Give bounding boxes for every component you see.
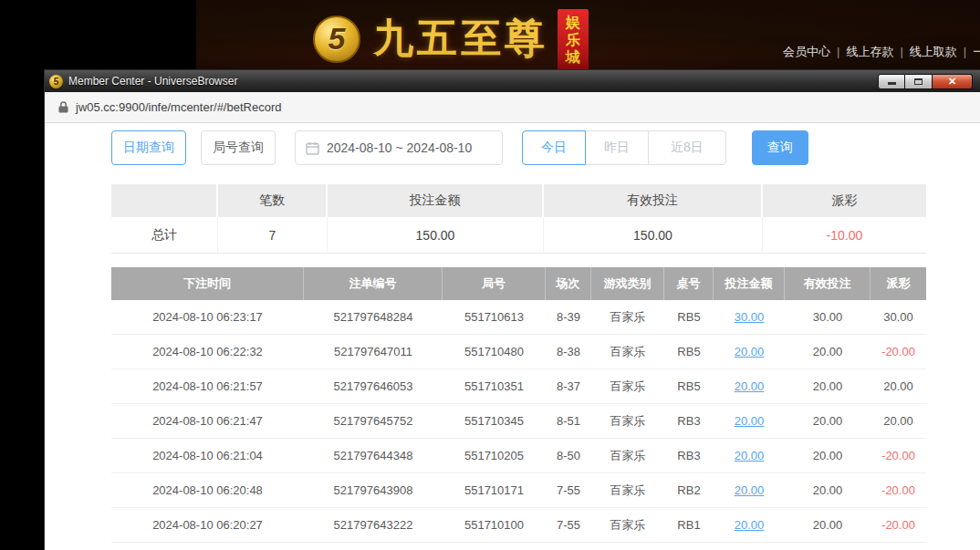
filter-toolbar: 日期查询 局号查询 2024-08-10 ~ 2024-08-10 今日 昨日 … xyxy=(111,130,980,165)
table-row: 2024-08-10 06:21:57 521797646053 5517103… xyxy=(111,369,926,404)
cell-slip-number: 521797643908 xyxy=(304,473,443,508)
cell-table-number: RB1 xyxy=(664,508,714,543)
cell-bet-amount: 20.00 xyxy=(714,439,785,473)
date-query-button[interactable]: 日期查询 xyxy=(111,130,186,165)
cell-round-number: 551710205 xyxy=(443,439,546,473)
maximize-button[interactable] xyxy=(905,74,933,89)
cell-round-number: 551710171 xyxy=(443,473,546,508)
table-row: 2024-08-10 06:21:47 521797645752 5517103… xyxy=(111,404,926,439)
summary-valid-bet-value: 150.00 xyxy=(544,217,763,254)
cell-session: 8-38 xyxy=(546,335,591,369)
cell-game-type: 百家乐 xyxy=(591,369,664,404)
cell-game-type: 百家乐 xyxy=(591,508,664,543)
cell-bet-amount: 20.00 xyxy=(714,369,785,404)
bet-amount-link[interactable]: 20.00 xyxy=(735,414,765,428)
nav-online-withdraw[interactable]: 线上取款 xyxy=(910,45,957,58)
cell-valid-bet: 20.00 xyxy=(785,404,871,439)
cell-table-number: RB5 xyxy=(664,369,714,404)
window-titlebar[interactable]: 5 Member Center - UniverseBrowser ✕ xyxy=(45,70,980,92)
cell-bet-time: 2024-08-10 06:21:04 xyxy=(111,439,304,473)
search-button[interactable]: 查询 xyxy=(752,130,808,165)
cell-payout: 20.00 xyxy=(871,369,926,404)
cell-slip-number: 521797646053 xyxy=(304,369,443,404)
cell-session: 8-39 xyxy=(546,300,591,335)
summary-col-payout: 派彩 xyxy=(763,184,926,217)
nav-member-center[interactable]: 会员中心 xyxy=(783,45,830,58)
maximize-icon xyxy=(914,78,923,85)
filter-last8days-button[interactable]: 近8日 xyxy=(648,130,726,165)
bet-amount-link[interactable]: 20.00 xyxy=(735,379,765,393)
window-title: Member Center - UniverseBrowser xyxy=(68,75,237,88)
address-bar[interactable]: jw05.cc:9900/infe/mcenter/#/betRecord xyxy=(45,92,980,123)
cell-slip-number: 521797644348 xyxy=(304,439,443,473)
nav-item-partial[interactable]: 一 xyxy=(973,45,980,58)
summary-bet-amount-value: 150.00 xyxy=(328,217,544,254)
nav-online-deposit[interactable]: 线上存款 xyxy=(846,45,893,58)
cell-valid-bet: 20.00 xyxy=(785,369,871,404)
cell-bet-time: 2024-08-10 06:23:17 xyxy=(111,300,304,335)
nav-separator: | xyxy=(900,45,902,58)
summary-table: 笔数 投注金额 有效投注 派彩 总计 7 150.00 150.00 -10.0… xyxy=(111,184,926,254)
round-query-button[interactable]: 局号查询 xyxy=(201,130,276,165)
summary-total-label: 总计 xyxy=(111,217,218,254)
filter-yesterday-button[interactable]: 昨日 xyxy=(585,130,649,165)
table-row: 2024-08-10 06:20:48 521797643908 5517101… xyxy=(111,473,926,508)
bet-amount-link[interactable]: 30.00 xyxy=(735,310,765,324)
summary-total-row: 总计 7 150.00 150.00 -10.00 xyxy=(111,217,926,254)
col-session: 场次 xyxy=(546,267,591,300)
cell-table-number: RB3 xyxy=(664,439,714,473)
col-bet-amount: 投注金额 xyxy=(714,267,785,300)
col-round-number: 局号 xyxy=(443,267,546,300)
table-row: 2024-08-10 06:20:27 521797643222 5517101… xyxy=(111,508,926,543)
cell-slip-number: 521797645752 xyxy=(304,404,443,439)
cell-round-number: 551710100 xyxy=(443,508,546,543)
bet-amount-link[interactable]: 20.00 xyxy=(735,483,765,497)
table-row: 2024-08-10 06:21:04 521797644348 5517102… xyxy=(111,439,926,473)
filter-today-button[interactable]: 今日 xyxy=(522,130,586,165)
cell-session: 7-55 xyxy=(546,508,591,543)
browser-favicon-icon: 5 xyxy=(49,75,63,88)
cell-payout: -20.00 xyxy=(871,508,926,543)
bet-record-table: 下注时间 注单编号 局号 场次 游戏类别 桌号 投注金额 有效投注 派彩 202… xyxy=(111,267,926,543)
cell-bet-time: 2024-08-10 06:22:32 xyxy=(111,335,304,369)
cell-bet-time: 2024-08-10 06:21:57 xyxy=(111,369,304,404)
summary-col-blank xyxy=(111,184,218,217)
table-row: 2024-08-10 06:22:32 521797647011 5517104… xyxy=(111,335,926,369)
cell-bet-amount: 20.00 xyxy=(714,473,785,508)
bet-amount-link[interactable]: 20.00 xyxy=(735,345,765,358)
summary-col-valid-bet: 有效投注 xyxy=(544,184,763,217)
bet-table-header-row: 下注时间 注单编号 局号 场次 游戏类别 桌号 投注金额 有效投注 派彩 xyxy=(111,267,926,300)
cell-table-number: RB3 xyxy=(664,404,714,439)
col-game-type: 游戏类别 xyxy=(591,267,664,300)
minimize-icon xyxy=(888,82,896,85)
nav-separator: | xyxy=(964,45,966,58)
table-row: 2024-08-10 06:23:17 521797648284 5517106… xyxy=(111,300,926,335)
cell-payout: -20.00 xyxy=(871,439,926,473)
top-nav: 会员中心|线上存款|线上取款|一 xyxy=(783,44,980,60)
cell-bet-amount: 20.00 xyxy=(714,404,785,439)
cell-game-type: 百家乐 xyxy=(591,439,664,473)
cell-valid-bet: 20.00 xyxy=(785,473,871,508)
cell-game-type: 百家乐 xyxy=(591,335,664,369)
bet-amount-link[interactable]: 20.00 xyxy=(735,449,765,462)
cell-payout: -20.00 xyxy=(871,473,926,508)
cell-game-type: 百家乐 xyxy=(591,300,664,335)
nav-separator: | xyxy=(837,45,839,58)
minimize-button[interactable] xyxy=(878,74,905,89)
bet-amount-link[interactable]: 20.00 xyxy=(735,518,765,532)
cell-slip-number: 521797648284 xyxy=(304,300,443,335)
logo-coin-icon: 5 xyxy=(313,16,360,63)
cell-payout: -20.00 xyxy=(871,335,926,369)
date-range-input[interactable]: 2024-08-10 ~ 2024-08-10 xyxy=(295,130,503,165)
close-button[interactable]: ✕ xyxy=(933,74,973,89)
cell-payout: 20.00 xyxy=(871,404,926,439)
cell-game-type: 百家乐 xyxy=(591,404,664,439)
cell-round-number: 551710480 xyxy=(443,335,546,369)
calendar-icon xyxy=(306,141,319,155)
cell-round-number: 551710613 xyxy=(443,300,546,335)
cell-bet-time: 2024-08-10 06:20:48 xyxy=(111,473,304,508)
cell-valid-bet: 30.00 xyxy=(785,300,871,335)
page-content: 日期查询 局号查询 2024-08-10 ~ 2024-08-10 今日 昨日 … xyxy=(45,123,980,550)
cell-bet-amount: 30.00 xyxy=(714,300,785,335)
cell-valid-bet: 20.00 xyxy=(785,439,871,473)
